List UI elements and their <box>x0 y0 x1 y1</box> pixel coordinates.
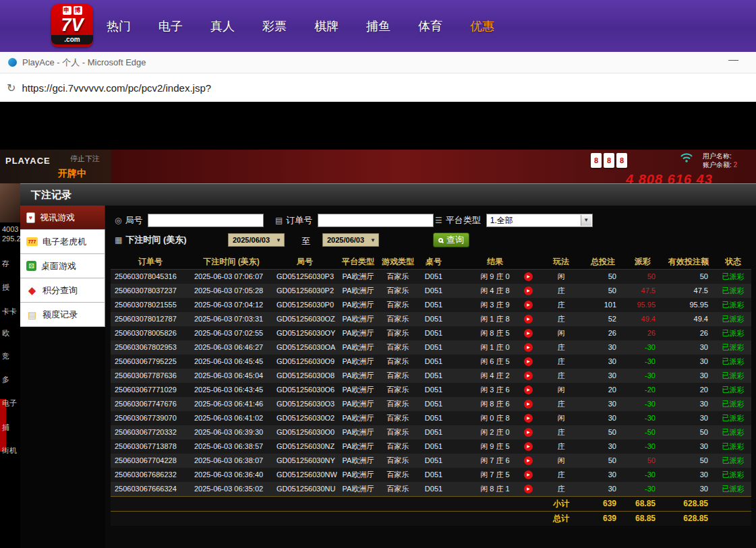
cell-platform: PA欧洲厅 <box>337 439 379 454</box>
sidebar-item-4[interactable]: ◆积分查询 <box>20 278 105 303</box>
logo-text: 7V <box>51 15 93 35</box>
cell-result: 闲 3 庄 6▶ <box>450 383 540 397</box>
play-icon[interactable]: ▶ <box>524 272 533 281</box>
cell-result: 闲 6 庄 5▶ <box>450 355 540 369</box>
nav-item-4[interactable]: 彩票 <box>262 18 287 34</box>
play-icon[interactable]: ▶ <box>524 442 533 451</box>
play-icon[interactable]: ▶ <box>524 456 533 465</box>
play-icon[interactable]: ▶ <box>524 470 533 479</box>
column-header: 有效投注额 <box>662 255 715 269</box>
nav-item-7[interactable]: 体育 <box>418 18 442 34</box>
cell-time: 2025-06-03 06:46:27 <box>190 340 272 355</box>
platform-select[interactable]: 1.全部 <box>486 214 593 227</box>
column-header: 状态 <box>715 255 751 269</box>
cell-result: 闲 1 庄 8▶ <box>450 312 540 326</box>
play-icon[interactable]: ▶ <box>524 357 533 366</box>
sidebar-item-2[interactable]: 777电子老虎机 <box>20 230 105 254</box>
nav-item-8[interactable]: 优惠 <box>470 18 494 34</box>
play-icon[interactable]: ▶ <box>524 315 533 324</box>
background-fragment: 欧 <box>2 328 20 338</box>
cell-table: D051 <box>417 411 450 425</box>
nav-item-6[interactable]: 捕鱼 <box>366 18 390 34</box>
search-button-label: 查询 <box>446 234 464 246</box>
round-input[interactable] <box>148 214 264 227</box>
table-row: 2506030677390702025-06-03 06:41:02GD0512… <box>111 411 751 425</box>
nav-item-3[interactable]: 真人 <box>210 18 235 34</box>
spacer-cell <box>715 511 751 526</box>
url-text[interactable]: https://gci.7vvvvvv.com/pc/pcv2/index.js… <box>22 82 211 94</box>
play-icon[interactable]: ▶ <box>524 301 533 309</box>
nav-item-1[interactable]: 热门 <box>107 18 131 34</box>
cell-status: 已派彩 <box>715 454 751 468</box>
cards-group: 888 <box>591 153 629 168</box>
cell-table: D051 <box>417 468 450 482</box>
table-row: 2506030677876362025-06-03 06:45:04GD0512… <box>111 369 751 383</box>
cell-round: GD051256030NU <box>272 482 337 497</box>
cell-payout: -30 <box>623 355 662 369</box>
cell-status: 已派彩 <box>715 298 751 312</box>
cell-table: D051 <box>417 284 450 298</box>
cell-total_bet: 30 <box>583 355 623 369</box>
platform-label: 平台类型 <box>446 214 481 226</box>
play-icon[interactable]: ▶ <box>524 286 533 295</box>
cell-order: 250603067686232 <box>111 468 190 482</box>
cell-table: D051 <box>417 298 450 312</box>
site-logo[interactable]: 申 博 7V .com <box>51 4 93 47</box>
wifi-icon <box>680 152 693 166</box>
background-fragment: 4003 <box>2 225 20 233</box>
cell-valid_bet: 30 <box>662 468 715 482</box>
cell-game: 百家乐 <box>379 269 417 284</box>
cell-payout: -30 <box>623 411 662 425</box>
play-icon[interactable]: ▶ <box>524 428 533 437</box>
play-icon[interactable]: ▶ <box>524 400 533 408</box>
cell-total_bet: 50 <box>583 454 623 468</box>
table-row: 2506030780453162025-06-03 07:06:07GD0512… <box>111 269 751 284</box>
subtotal-total-bet: 639 <box>583 496 623 511</box>
order-input[interactable] <box>318 214 434 227</box>
modal-header: 下注记录 <box>20 184 756 206</box>
cell-valid_bet: 50 <box>662 454 715 468</box>
total-row: 总计63968.85628.85 <box>111 511 751 526</box>
cell-valid_bet: 30 <box>662 397 715 411</box>
order-label: 订单号 <box>286 214 312 226</box>
cell-status: 已派彩 <box>715 269 751 284</box>
play-icon[interactable]: ▶ <box>524 485 533 493</box>
date-from-select[interactable]: 2025/06/03 <box>228 233 285 247</box>
result-text: 闲 7 庄 5 <box>480 470 509 479</box>
cell-status: 已派彩 <box>715 312 751 326</box>
cell-order: 250603078045316 <box>111 269 190 284</box>
spacer-cell <box>715 496 751 511</box>
play-icon[interactable]: ▶ <box>524 371 533 380</box>
play-icon[interactable]: ▶ <box>524 343 533 352</box>
column-header: 结果 <box>450 255 540 269</box>
play-icon[interactable]: ▶ <box>524 329 533 338</box>
minimize-button[interactable]: — <box>728 53 738 65</box>
play-icon[interactable]: ▶ <box>524 414 533 423</box>
cell-game: 百家乐 <box>379 482 417 497</box>
cell-time: 2025-06-03 07:05:28 <box>190 284 272 298</box>
result-text: 闲 1 庄 0 <box>480 343 509 351</box>
search-button[interactable]: 查询 <box>433 233 469 247</box>
cell-round: GD051256030NZ <box>272 439 337 454</box>
cell-valid_bet: 20 <box>662 383 715 397</box>
play-icon[interactable]: ▶ <box>524 386 533 394</box>
date-to-select[interactable]: 2025/06/03 <box>322 233 379 247</box>
column-header: 派彩 <box>623 255 662 269</box>
cell-game: 百家乐 <box>379 397 417 411</box>
nav-item-5[interactable]: 棋牌 <box>314 18 339 34</box>
cell-payout: -30 <box>623 482 662 497</box>
cell-platform: PA欧洲厅 <box>337 326 379 340</box>
nav-item-2[interactable]: 电子 <box>158 18 183 34</box>
playing-card: 8 <box>616 153 627 168</box>
sidebar-item-1[interactable]: ♥视讯游戏 <box>20 206 105 230</box>
address-bar[interactable]: ↻ https://gci.7vvvvvv.com/pc/pcv2/index.… <box>0 73 756 102</box>
cell-order: 250603078037237 <box>111 284 190 298</box>
sidebar-item-3[interactable]: ⚄桌面游戏 <box>20 254 105 278</box>
cell-bet_type: 闲 <box>540 411 583 425</box>
cell-platform: PA欧洲厅 <box>337 269 379 284</box>
cell-valid_bet: 95.95 <box>662 298 715 312</box>
cell-total_bet: 26 <box>583 326 623 340</box>
sidebar-item-5[interactable]: ▤额度记录 <box>20 303 105 327</box>
cell-total_bet: 30 <box>583 439 623 454</box>
cell-game: 百家乐 <box>379 326 417 340</box>
